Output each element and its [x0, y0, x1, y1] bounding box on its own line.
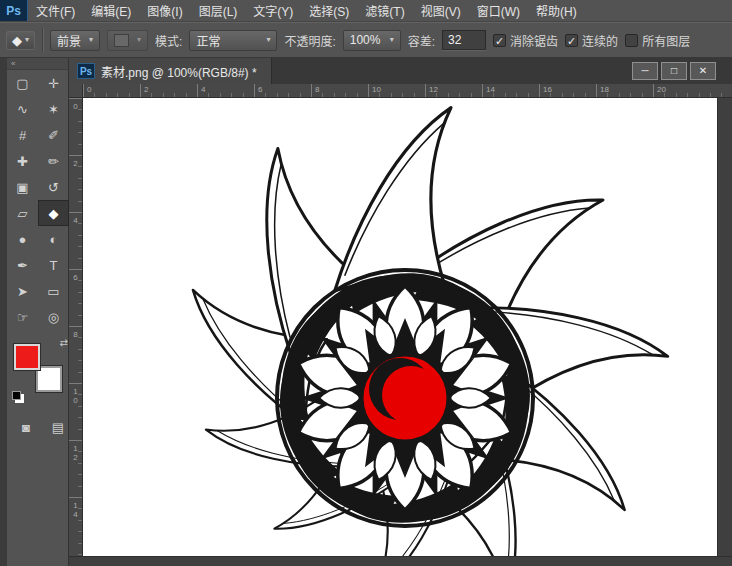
menu-item-layer[interactable]: 图层(L) [191, 0, 246, 21]
tolerance-label: 容差: [408, 32, 435, 49]
ruler-number: 14 [69, 497, 82, 554]
all-layers-label: 所有图层 [642, 32, 690, 49]
menu-item-select[interactable]: 选择(S) [301, 0, 357, 21]
chevron-down-icon: ▾ [266, 36, 270, 44]
separator [42, 28, 43, 52]
tool-button-eyedropper[interactable]: ✐ [38, 122, 69, 148]
default-colors-icon[interactable] [12, 391, 21, 400]
chevron-down-icon: ▾ [390, 36, 394, 44]
tool-button-paint-bucket[interactable]: ◆ [38, 200, 69, 226]
tools-panel: « ▢ ✛ ∿ ✶ # ✐ ✚ ✏ ▣ ↺ ▱ ◆ ● ◐ ✒ T ➤ ▭ ☞ [7, 58, 69, 566]
ruler-number: 4 [197, 84, 254, 97]
tool-button-pen[interactable]: ✒ [7, 252, 38, 278]
ruler-number: 2 [140, 84, 197, 97]
tool-button-path-selection[interactable]: ➤ [7, 278, 38, 304]
swap-colors-icon[interactable]: ⇄ [60, 338, 68, 348]
menu-item-filter[interactable]: 滤镜(T) [357, 0, 412, 21]
document-title: 素材.png @ 100%(RGB/8#) * [101, 63, 257, 80]
contiguous-label: 连续的 [582, 32, 618, 49]
antialias-checkbox[interactable]: ✓ 消除锯齿 [493, 32, 558, 49]
screen-mode-button[interactable]: ▤ [48, 418, 68, 436]
toolbar-bottom: ◙ ▤ [7, 402, 68, 436]
tool-button-crop[interactable]: # [7, 122, 38, 148]
tool-button-blur[interactable]: ● [7, 226, 38, 252]
tolerance-input[interactable]: 32 [442, 30, 486, 50]
opacity-label: 不透明度: [284, 32, 335, 49]
checkbox-box: ✓ [565, 34, 578, 47]
fill-source-value: 前景 [57, 32, 81, 49]
document-tab[interactable]: Ps 素材.png @ 100%(RGB/8#) * [69, 58, 272, 84]
quick-mask-button[interactable]: ◙ [16, 418, 36, 436]
horizontal-ruler[interactable]: 0 2 4 6 8 10 12 14 16 18 20 [69, 84, 732, 98]
ruler-number: 10 [368, 84, 425, 97]
tool-button-clone-stamp[interactable]: ▣ [7, 174, 38, 200]
fill-source-dropdown[interactable]: 前景 ▾ [50, 30, 100, 51]
minimize-button[interactable]: ─ [632, 62, 658, 80]
document-window: Ps 素材.png @ 100%(RGB/8#) * ─ □ ✕ 0 2 4 6… [69, 58, 732, 566]
tool-button-dodge[interactable]: ◐ [38, 226, 69, 252]
antialias-label: 消除锯齿 [510, 32, 558, 49]
menu-item-view[interactable]: 视图(V) [413, 0, 469, 21]
paint-bucket-icon: ◆ [12, 34, 22, 47]
ruler-number: 6 [69, 269, 82, 326]
foreground-color-swatch[interactable] [14, 344, 40, 370]
mode-label: 模式: [155, 32, 182, 49]
ruler-number: 12 [69, 440, 82, 497]
tool-button-hand[interactable]: ☞ [7, 304, 38, 330]
chevron-down-icon: ▾ [25, 36, 29, 44]
contiguous-checkbox[interactable]: ✓ 连续的 [565, 32, 618, 49]
ruler-number: 16 [539, 84, 596, 97]
ruler-corner [69, 84, 83, 97]
window-edge [0, 58, 7, 566]
document-titlebar: Ps 素材.png @ 100%(RGB/8#) * ─ □ ✕ [69, 58, 732, 84]
all-layers-checkbox[interactable]: 所有图层 [625, 32, 690, 49]
ruler-number: 6 [254, 84, 311, 97]
tool-options-bar: ◆ ▾ 前景 ▾ ▾ 模式: 正常 ▾ 不透明度: 100% ▾ 容差: 32 … [0, 22, 732, 58]
mode-dropdown[interactable]: 正常 ▾ [189, 30, 277, 51]
tool-preset-picker[interactable]: ◆ ▾ [6, 31, 35, 50]
ruler-number: 20 [653, 84, 710, 97]
menu-item-type[interactable]: 文字(Y) [245, 0, 301, 21]
ruler-number: 0 [69, 98, 82, 155]
menu-item-image[interactable]: 图像(I) [139, 0, 190, 21]
vertical-ruler[interactable]: 0 2 4 6 8 10 12 14 [69, 98, 83, 556]
checkmark-icon: ✓ [495, 35, 504, 47]
ruler-number: 18 [596, 84, 653, 97]
menu-item-help[interactable]: 帮助(H) [528, 0, 585, 21]
tool-button-brush[interactable]: ✏ [38, 148, 69, 174]
tool-button-shape[interactable]: ▭ [38, 278, 69, 304]
chevron-down-icon: ▾ [89, 36, 93, 44]
tool-button-rectangular-marquee[interactable]: ▢ [7, 70, 38, 96]
photoshop-logo: Ps [0, 0, 28, 21]
vertical-scrollbar[interactable] [717, 98, 732, 556]
tool-button-healing-brush[interactable]: ✚ [7, 148, 38, 174]
menu-item-window[interactable]: 窗口(W) [469, 0, 528, 21]
opacity-dropdown[interactable]: 100% ▾ [343, 30, 401, 51]
toolbar-collapse-button[interactable]: « [7, 58, 68, 70]
photoshop-window: Ps 文件(F) 编辑(E) 图像(I) 图层(L) 文字(Y) 选择(S) 滤… [0, 0, 732, 566]
tool-button-lasso[interactable]: ∿ [7, 96, 38, 122]
opacity-value: 100% [350, 33, 381, 47]
tool-button-magic-wand[interactable]: ✶ [38, 96, 69, 122]
document-icon: Ps [77, 63, 95, 79]
tool-button-zoom[interactable]: ◎ [38, 304, 69, 330]
horizontal-scrollbar[interactable] [69, 556, 732, 566]
tool-button-move[interactable]: ✛ [38, 70, 69, 96]
ruler-number: 8 [69, 326, 82, 383]
pattern-picker-dropdown[interactable]: ▾ [107, 30, 148, 51]
maximize-button[interactable]: □ [661, 62, 687, 80]
tool-button-eraser[interactable]: ▱ [7, 200, 38, 226]
menu-item-file[interactable]: 文件(F) [28, 0, 83, 21]
close-button[interactable]: ✕ [690, 62, 716, 80]
ruler-number: 2 [69, 155, 82, 212]
ruler-number: 10 [69, 383, 82, 440]
color-swatches: ⇄ [12, 338, 68, 402]
mode-value: 正常 [196, 32, 220, 49]
tool-button-type[interactable]: T [38, 252, 69, 278]
checkbox-box: ✓ [493, 34, 506, 47]
menu-item-edit[interactable]: 编辑(E) [83, 0, 139, 21]
canvas[interactable] [83, 98, 717, 556]
tool-button-history-brush[interactable]: ↺ [38, 174, 69, 200]
ruler-number: 14 [482, 84, 539, 97]
canvas-area: 0 2 4 6 8 10 12 14 [69, 98, 732, 556]
